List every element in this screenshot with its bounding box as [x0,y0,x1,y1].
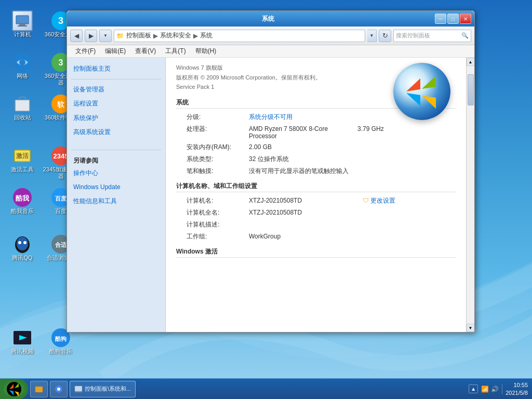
change-settings-link[interactable]: 🛡 更改设置 [363,196,456,205]
desktop-icon-label: 百度 [55,208,66,215]
menu-bar: 文件(F) 编辑(E) 查看(V) 工具(T) 帮助(H) [67,45,474,58]
desktop-icon-label: 酷狗音乐 [49,348,72,355]
volume-tray-icon: 🔊 [491,385,499,393]
shield-icon: 🛡 [363,197,369,204]
activate-icon: 激活 [12,145,33,166]
computer-name-label: 计算机名: [176,196,249,205]
svg-text:3: 3 [59,58,63,67]
pen-row: 笔和触摸: 没有可用于此显示器的笔或触控输入 [176,167,456,176]
address-bar[interactable]: 📁 控制面板 ▶ 系统和安全 ▶ 系统 [114,30,365,42]
sidebar-link-performance[interactable]: 性能信息和工具 [67,194,165,208]
processor-row: 处理器: AMD Ryzen 7 5800X 8-Core Processor … [176,125,456,140]
taskbar: 控制面板\系统和... ▲ 📶 🔊 10:55 2021/5/8 [0,378,532,399]
refresh-button[interactable]: ↻ [379,30,391,42]
forward-button[interactable]: ▶ [85,30,97,42]
workgroup-value: WorkGroup [249,233,456,240]
computer-name-value: XTZJ-20210508TD [249,197,342,204]
svg-point-6 [19,59,25,65]
windows-sphere [393,63,450,120]
sidebar-link-windows-update[interactable]: Windows Update [67,180,165,194]
pen-value: 没有可用于此显示器的笔或触控输入 [249,167,456,176]
taskbar-explorer-btn[interactable] [30,381,48,397]
desktop-icon-computer[interactable]: 计算机 [4,10,41,38]
windows-logo-svg [404,73,440,110]
desktop-icon-label: 网络 [17,73,28,79]
menu-tools[interactable]: 工具(T) [161,46,190,57]
workgroup-row: 工作组: WorkGroup [176,232,456,241]
svg-text:3: 3 [58,16,63,26]
desktop-icon-label: 酷我音乐 [11,208,34,215]
start-button[interactable] [0,379,28,400]
close-button[interactable]: ✕ [460,14,471,24]
processor-label: 处理器: [176,125,249,134]
taskbar-date: 2021/5/8 [506,389,528,396]
desktop-icon-label: 计算机 [14,31,31,38]
scrollbar-thumb[interactable] [468,74,474,105]
search-box[interactable]: 搜索控制面板 🔍 [393,30,471,42]
sidebar-main-link[interactable]: 控制面板主页 [67,62,165,76]
svg-rect-35 [75,391,82,392]
nav-dropdown-button[interactable]: ▼ [99,30,112,42]
ram-label: 安装内存(RAM): [176,143,249,152]
computer-name-row: 计算机名: XTZJ-20210508TD 🛡 更改设置 [176,196,456,205]
scrollbar-down-arrow[interactable]: ▼ [467,324,475,332]
back-button[interactable]: ◀ [70,30,83,42]
tray-arrow[interactable]: ▲ [469,384,478,393]
svg-text:合适: 合适 [55,242,67,248]
computer-full-label: 计算机全名: [176,208,249,217]
tencent-video-icon [12,327,33,348]
menu-help[interactable]: 帮助(H) [191,46,221,57]
computer-desc-row: 计算机描述: [176,220,456,229]
sidebar-link-remote[interactable]: 远程设置 [67,97,165,111]
address-sep-1: ▶ [153,32,158,39]
sidebar-also-section: 另请参阅 [67,153,165,166]
desktop-icon-activate[interactable]: 激活 激活工具 [4,145,41,173]
control-panel-window: 系统 ─ □ ✕ ◀ ▶ ▼ 📁 控制面板 ▶ 系统和安全 ▶ 系统 ▼ ↻ 搜… [66,10,475,332]
taskbar-controlpanel-btn[interactable]: 控制面板\系统和... [70,381,136,397]
ram-row: 安装内存(RAM): 2.00 GB [176,143,456,152]
address-part-3[interactable]: 系统 [200,31,212,40]
taskbar-divider [502,384,502,394]
menu-view[interactable]: 查看(V) [131,46,160,57]
address-part-1[interactable]: 控制面板 [126,31,151,40]
processor-speed: 3.79 GHz [357,125,456,132]
type-label: 系统类型: [176,155,249,164]
address-part-2[interactable]: 系统和安全 [160,31,191,40]
sidebar-link-device[interactable]: 设备管理器 [67,83,165,97]
sidebar-link-advanced[interactable]: 高级系统设置 [67,125,165,139]
desktop-icon-qq[interactable]: 腾讯QQ [4,234,41,261]
search-icon: 🔍 [461,32,469,39]
windows-start-logo [6,381,22,397]
scrollbar-up-arrow[interactable]: ▲ [467,58,475,66]
type-value: 32 位操作系统 [249,155,456,164]
computer-full-value: XTZJ-20210508TD [249,209,456,216]
taskbar-clock[interactable]: 10:55 2021/5/8 [506,381,528,396]
menu-edit[interactable]: 编辑(E) [101,46,130,57]
activation-section: Windows 激活 [176,247,456,258]
title-bar: 系统 ─ □ ✕ [67,11,474,26]
computer-desc-label: 计算机描述: [176,220,249,229]
sidebar: 控制面板主页 设备管理器 远程设置 系统保护 高级系统设置 另请参阅 操作中心 … [67,58,166,332]
nav-bar: ◀ ▶ ▼ 📁 控制面板 ▶ 系统和安全 ▶ 系统 ▼ ↻ 搜索控制面板 🔍 [67,26,474,45]
minimize-button[interactable]: ─ [435,14,446,24]
sidebar-link-action[interactable]: 操作中心 [67,166,165,180]
desktop-icon-kugou[interactable]: 酷我 酷我音乐 [4,187,41,215]
taskbar-chrome-btn[interactable] [50,381,68,397]
scrollbar[interactable]: ▲ ▼ [466,58,474,332]
maximize-button[interactable]: □ [447,14,459,24]
desktop-icon-tencent-video[interactable]: 腾讯视频 [4,327,41,355]
menu-file[interactable]: 文件(F) [71,46,100,57]
qq-icon [12,234,33,255]
svg-point-23 [23,241,26,244]
taskbar-time: 10:55 [506,381,528,389]
address-dropdown[interactable]: ▼ [367,30,377,42]
processor-value: AMD Ryzen 7 5800X 8-Core Processor [249,125,347,140]
svg-point-30 [7,382,21,396]
svg-text:百度: 百度 [55,195,67,202]
desktop-icon-network[interactable]: 网络 [4,52,41,79]
workgroup-label: 工作组: [176,232,249,241]
network-icon [12,52,33,73]
window-content: 控制面板主页 设备管理器 远程设置 系统保护 高级系统设置 另请参阅 操作中心 … [67,58,474,332]
sidebar-link-protection[interactable]: 系统保护 [67,111,165,125]
desktop-icon-recycle[interactable]: 回收站 [4,94,41,121]
